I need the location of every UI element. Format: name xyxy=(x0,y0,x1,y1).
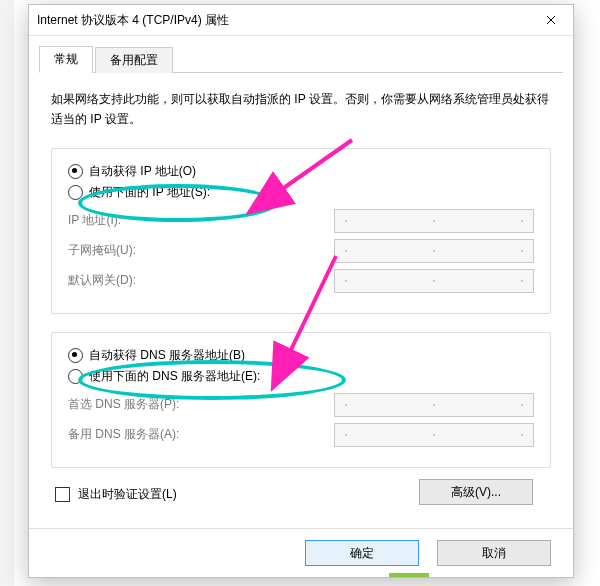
radio-ip-auto[interactable] xyxy=(68,164,83,179)
tab-strip: 常规 备用配置 xyxy=(39,44,563,73)
default-gateway-label: 默认网关(D): xyxy=(68,272,268,289)
ipv4-properties-dialog: Internet 协议版本 4 (TCP/IPv4) 属性 常规 备用配置 如果… xyxy=(28,4,574,578)
subnet-mask-label: 子网掩码(U): xyxy=(68,242,268,259)
close-icon[interactable] xyxy=(529,5,573,35)
radio-ip-auto-label: 自动获得 IP 地址(O) xyxy=(89,163,196,180)
advanced-button-wrap: 高级(V)... xyxy=(419,479,533,505)
default-gateway-input[interactable] xyxy=(334,269,534,293)
background-stripe xyxy=(0,0,14,586)
window-title: Internet 协议版本 4 (TCP/IPv4) 属性 xyxy=(37,12,529,29)
radio-dns-auto-row[interactable]: 自动获得 DNS 服务器地址(B) xyxy=(68,347,534,364)
field-dns-preferred: 首选 DNS 服务器(P): xyxy=(68,393,534,417)
radio-ip-manual-label: 使用下面的 IP 地址(S): xyxy=(89,184,210,201)
dns-preferred-label: 首选 DNS 服务器(P): xyxy=(68,396,268,413)
cancel-button[interactable]: 取消 xyxy=(437,540,551,566)
field-ip-address: IP 地址(I): xyxy=(68,209,534,233)
dns-alternate-label: 备用 DNS 服务器(A): xyxy=(68,426,268,443)
validate-checkbox[interactable] xyxy=(55,487,70,502)
field-dns-alternate: 备用 DNS 服务器(A): xyxy=(68,423,534,447)
field-subnet-mask: 子网掩码(U): xyxy=(68,239,534,263)
radio-dns-auto-label: 自动获得 DNS 服务器地址(B) xyxy=(89,347,245,364)
radio-ip-manual[interactable] xyxy=(68,185,83,200)
field-default-gateway: 默认网关(D): xyxy=(68,269,534,293)
dns-group: 自动获得 DNS 服务器地址(B) 使用下面的 DNS 服务器地址(E): 首选… xyxy=(51,332,551,468)
intro-text: 如果网络支持此功能，则可以获取自动指派的 IP 设置。否则，你需要从网络系统管理… xyxy=(51,89,551,130)
radio-dns-manual-row[interactable]: 使用下面的 DNS 服务器地址(E): xyxy=(68,368,534,385)
ok-button-label: 确定 xyxy=(350,545,374,562)
advanced-button-label: 高级(V)... xyxy=(451,484,501,501)
dns-alternate-input[interactable] xyxy=(334,423,534,447)
radio-dns-manual[interactable] xyxy=(68,369,83,384)
radio-ip-manual-row[interactable]: 使用下面的 IP 地址(S): xyxy=(68,184,534,201)
tab-alternate[interactable]: 备用配置 xyxy=(95,47,173,73)
ip-address-label: IP 地址(I): xyxy=(68,212,268,229)
dns-preferred-input[interactable] xyxy=(334,393,534,417)
titlebar: Internet 协议版本 4 (TCP/IPv4) 属性 xyxy=(29,5,573,36)
tab-general-label: 常规 xyxy=(54,52,78,66)
tab-content: 如果网络支持此功能，则可以获取自动指派的 IP 设置。否则，你需要从网络系统管理… xyxy=(29,73,573,511)
dialog-footer: 确定 取消 xyxy=(29,528,573,577)
ip-address-input[interactable] xyxy=(334,209,534,233)
validate-label: 退出时验证设置(L) xyxy=(78,486,177,503)
radio-ip-auto-row[interactable]: 自动获得 IP 地址(O) xyxy=(68,163,534,180)
radio-dns-auto[interactable] xyxy=(68,348,83,363)
canvas: Internet 协议版本 4 (TCP/IPv4) 属性 常规 备用配置 如果… xyxy=(0,0,600,586)
ok-button[interactable]: 确定 xyxy=(305,540,419,566)
ip-group: 自动获得 IP 地址(O) 使用下面的 IP 地址(S): IP 地址(I): … xyxy=(51,148,551,314)
subnet-mask-input[interactable] xyxy=(334,239,534,263)
progress-accent xyxy=(389,573,429,577)
radio-dns-manual-label: 使用下面的 DNS 服务器地址(E): xyxy=(89,368,260,385)
tab-general[interactable]: 常规 xyxy=(39,46,93,73)
cancel-button-label: 取消 xyxy=(482,545,506,562)
tab-alternate-label: 备用配置 xyxy=(110,53,158,67)
advanced-button[interactable]: 高级(V)... xyxy=(419,479,533,505)
